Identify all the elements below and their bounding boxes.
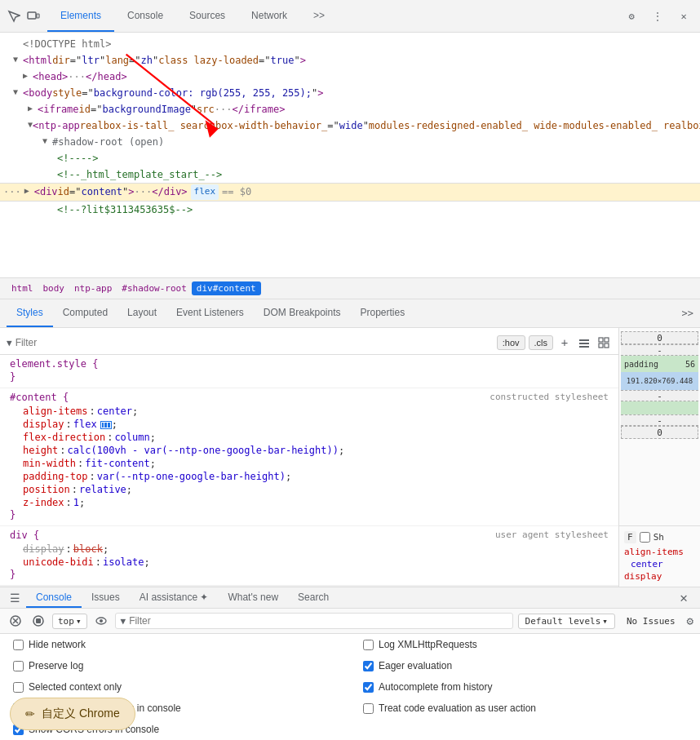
log-xhr-checkbox[interactable] [363,640,374,650]
dom-line[interactable]: ▶ <iframe id="backgroundImage" src ··· <… [0,101,700,117]
tree-triangle[interactable] [13,37,23,49]
option-hide-network[interactable]: Hide network [0,634,350,655]
cls-button[interactable]: .cls [529,335,554,350]
breadcrumb-shadow-root[interactable]: #shadow-root [117,281,191,295]
console-clear-button[interactable] [7,612,24,630]
breadcrumb-div-content[interactable]: div#content [192,281,261,295]
property-line: flex-direction: column; [10,431,609,444]
tab-computed[interactable]: Computed [53,299,117,327]
custom-chrome-button[interactable]: ✏ 自定义 Chrome [10,698,135,730]
dom-line[interactable]: <!--_html_template_start_--> [0,166,700,183]
more-panel-tabs-button[interactable]: >> [682,308,693,319]
option-log-xhr[interactable]: Log XMLHttpRequests [350,634,700,655]
console-eye-button[interactable] [92,612,110,630]
hide-network-checkbox[interactable] [13,640,24,650]
styles-content: ▼ :hov .cls + [0,328,618,587]
dom-tree[interactable]: <!DOCTYPE html> ▼ <html dir="ltr" lang="… [0,33,700,277]
console-toolbar: top ▾ ▼ Default levels ▾ No Issues ⚙ [0,609,700,634]
close-devtools-button[interactable]: ✕ [674,7,693,26]
breadcrumb-html[interactable]: html [7,281,38,295]
tree-triangle[interactable]: ▼ [13,53,23,65]
breadcrumb-ntp-app[interactable]: ntp-app [69,281,117,295]
svg-rect-4 [579,346,589,348]
property-line: position: relative; [10,483,609,496]
dom-line[interactable]: ▼ <body style="background-color: rgb(255… [0,85,700,101]
settings-button[interactable]: ⚙ [622,7,641,26]
tab-dom-breakpoints[interactable]: DOM Breakpoints [254,299,351,327]
breadcrumb-body[interactable]: body [38,281,70,295]
tree-triangle[interactable]: ▼ [13,86,23,98]
styles-filter-input[interactable] [16,337,494,348]
pseudo-state-button[interactable]: :hov [497,335,525,350]
console-filter-input[interactable] [129,615,507,627]
rule-selector[interactable]: div { [10,530,39,541]
box-padding-bottom [621,401,698,414]
sh-checkbox[interactable] [640,532,650,543]
tree-triangle[interactable]: ▼ [42,135,52,147]
rule-selector[interactable]: element.style { [10,358,609,370]
svg-rect-13 [36,618,41,623]
property-line: height: calc(100vh - var(--ntp-one-googl… [10,444,609,457]
selected-context-checkbox[interactable] [13,682,24,693]
dom-line[interactable]: ▶ <head> ··· </head> [0,69,700,85]
tab-sources[interactable]: Sources [176,0,238,32]
dom-line-selected[interactable]: ··· ▶ <div id="content" > ··· </div> fle… [0,183,700,202]
tab-layout[interactable]: Layout [117,299,166,327]
filter-f-btn[interactable]: F [624,531,636,543]
console-tab-search[interactable]: Search [288,587,339,608]
add-style-button[interactable]: + [556,335,573,351]
console-close-button[interactable]: ✕ [674,588,693,608]
tab-styles[interactable]: Styles [7,299,53,327]
tab-console[interactable]: Console [114,0,176,32]
layout-button[interactable] [596,335,612,351]
default-levels-button[interactable]: Default levels ▾ [518,614,615,629]
preserve-log-checkbox[interactable] [13,661,24,671]
more-options-button[interactable]: ⋮ [648,7,667,26]
tree-triangle[interactable]: ▶ [28,102,38,114]
console-menu-icon[interactable]: ☰ [7,590,23,606]
tab-event-listeners[interactable]: Event Listeners [166,299,254,327]
tab-more[interactable]: >> [300,0,338,32]
flex-icon[interactable] [100,421,112,429]
option-treat-code[interactable]: Treat code evaluation as user action [350,698,700,719]
inherited-from-label: Inherited from ··· [0,586,618,587]
dom-line[interactable]: <!----> [0,150,700,166]
inspect-icon[interactable] [7,9,21,24]
toggle-style-button[interactable] [576,335,592,351]
svg-rect-6 [605,338,609,342]
tab-properties[interactable]: Properties [351,299,415,327]
box-dash3: - [621,414,698,426]
eager-eval-checkbox[interactable] [363,661,374,671]
console-tab-ai[interactable]: AI assistance ✦ [130,587,219,608]
dom-line[interactable]: ▼ #shadow-root (open) [0,134,700,150]
option-selected-context[interactable]: Selected context only [0,676,350,698]
rule-selector[interactable]: #content { [10,392,69,403]
autocomplete-checkbox[interactable] [363,682,374,693]
toolbar-right: ⚙ ⋮ ✕ [622,7,693,26]
console-settings-button[interactable]: ⚙ [687,614,693,627]
dom-line[interactable]: ▼ <html dir="ltr" lang="zh" class lazy-l… [0,52,700,69]
right-filter-section: F Sh align-items center display [619,525,700,587]
option-eager-eval[interactable]: Eager evaluation [350,655,700,676]
options-row-2: Preserve log Eager evaluation [0,655,700,676]
property-line: align-items: center; [10,405,609,418]
treat-code-checkbox[interactable] [363,703,374,714]
device-toolbar-icon[interactable] [26,9,41,24]
tree-triangle[interactable]: ▶ [24,184,34,197]
console-filter-icon: ▼ [121,616,126,627]
dom-line[interactable]: <!DOCTYPE html> [0,36,700,52]
tab-elements[interactable]: Elements [47,0,114,32]
tab-network[interactable]: Network [238,0,300,32]
option-autocomplete[interactable]: Autocomplete from history [350,676,700,698]
context-select[interactable]: top ▾ [52,614,87,629]
dom-line[interactable]: ▼ <ntp-app realbox-is-tall_ searchbox-wi… [0,117,700,134]
tree-triangle[interactable]: ▶ [23,69,33,82]
console-stop-button[interactable] [29,612,47,630]
console-tab-console[interactable]: Console [26,587,82,608]
option-preserve-log[interactable]: Preserve log [0,655,350,676]
console-tab-issues[interactable]: Issues [82,587,130,608]
svg-point-15 [100,619,103,623]
dom-line[interactable]: <!--?lit$3113453635$--> [0,202,700,218]
styles-pane: ▼ :hov .cls + [0,328,700,587]
console-tab-whatsnew[interactable]: What's new [218,587,288,608]
